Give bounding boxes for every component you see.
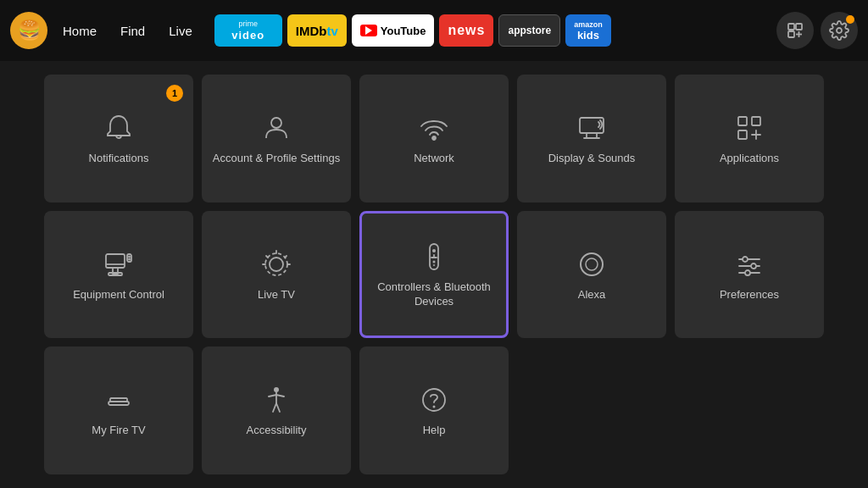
settings-grid: Notifications 1 Account & Profile Settin… (0, 61, 868, 488)
help-label: Help (423, 424, 446, 438)
grid-item-controllers-bluetooth[interactable]: Controllers & Bluetooth Devices (359, 211, 509, 339)
svg-rect-14 (106, 254, 125, 268)
imdb-label: IMDb (296, 24, 327, 38)
grid-item-my-fire-tv[interactable]: My Fire TV (44, 347, 193, 474)
svg-rect-0 (788, 24, 794, 30)
svg-point-23 (432, 249, 436, 252)
remote-icon (417, 240, 451, 274)
sliders-icon (732, 247, 766, 281)
app-imdb[interactable]: IMDbtv (287, 14, 347, 47)
app-news[interactable]: news (439, 14, 493, 47)
svg-rect-1 (796, 24, 802, 30)
notification-badge: 1 (166, 85, 183, 102)
nav-live[interactable]: Live (167, 20, 194, 42)
svg-rect-37 (110, 398, 127, 402)
preferences-label: Preferences (720, 288, 779, 302)
display-icon (575, 111, 609, 145)
prime-bot-label: video (231, 29, 264, 42)
svg-point-33 (743, 257, 748, 262)
monitor-icon (102, 247, 136, 281)
svg-point-27 (433, 264, 435, 266)
imdb-tv-label: tv (326, 24, 337, 38)
network-label: Network (414, 152, 454, 166)
grid-item-live-tv[interactable]: Live TV (202, 211, 351, 339)
firetv-icon (102, 383, 136, 417)
grid-item-display-sounds[interactable]: Display & Sounds (517, 75, 666, 202)
accessibility-icon (259, 383, 293, 417)
nav-links: Home Find Live (61, 20, 194, 42)
grid-item-applications[interactable]: Applications (675, 75, 824, 202)
app-prime-video[interactable]: prime video (214, 14, 282, 47)
svg-rect-10 (752, 117, 760, 125)
my-fire-tv-label: My Fire TV (92, 424, 145, 438)
controllers-bluetooth-label: Controllers & Bluetooth Devices (370, 280, 498, 309)
applications-label: Applications (720, 152, 779, 166)
svg-point-5 (837, 28, 842, 33)
live-tv-label: Live TV (258, 288, 295, 302)
account-label: Account & Profile Settings (213, 152, 340, 166)
svg-point-19 (128, 258, 131, 260)
notifications-label: Notifications (89, 152, 149, 166)
top-navigation: 🍔 Home Find Live prime video IMDbtv YouT… (0, 0, 868, 61)
youtube-label: YouTube (381, 25, 426, 37)
svg-rect-2 (788, 31, 794, 37)
svg-point-21 (265, 253, 287, 275)
apps-grid-icon (732, 111, 766, 145)
svg-rect-11 (738, 130, 747, 139)
grid-item-alexa[interactable]: Alexa (517, 211, 666, 339)
nav-find[interactable]: Find (119, 20, 147, 42)
accessibility-label: Accessibility (247, 424, 307, 438)
alexa-label: Alexa (578, 288, 606, 302)
kids-top-label: amazon (574, 20, 603, 29)
grid-item-equipment-control[interactable]: Equipment Control (44, 211, 193, 339)
prime-top-label: prime (238, 19, 258, 28)
svg-point-18 (128, 255, 131, 258)
app-appstore[interactable]: appstore (498, 14, 560, 47)
grid-item-help[interactable]: Help (359, 347, 509, 474)
wifi-icon (417, 111, 451, 145)
svg-point-41 (433, 406, 436, 408)
antenna-icon (259, 247, 293, 281)
youtube-icon (360, 25, 377, 36)
grid-view-button[interactable] (776, 12, 814, 49)
app-youtube[interactable]: YouTube (352, 14, 435, 47)
svg-point-6 (271, 118, 281, 128)
settings-notification-dot (846, 15, 854, 24)
nav-home[interactable]: Home (61, 20, 98, 42)
grid-item-account[interactable]: Account & Profile Settings (202, 75, 351, 202)
svg-point-29 (586, 258, 598, 270)
help-icon (417, 383, 451, 417)
grid-item-network[interactable]: Network (359, 75, 509, 202)
svg-point-35 (745, 270, 750, 275)
avatar[interactable]: 🍔 (10, 12, 47, 49)
appstore-label: appstore (508, 25, 551, 36)
svg-point-7 (432, 136, 436, 140)
svg-point-34 (751, 263, 756, 269)
nav-apps: prime video IMDbtv YouTube news appstore… (214, 14, 766, 47)
grid-item-preferences[interactable]: Preferences (675, 211, 824, 339)
app-amazon-kids[interactable]: amazon kids (565, 14, 611, 47)
person-icon (259, 111, 293, 145)
kids-bot-label: kids (577, 29, 599, 42)
svg-rect-9 (738, 117, 747, 125)
news-label: news (448, 23, 485, 38)
svg-point-20 (270, 258, 283, 271)
settings-button[interactable] (821, 12, 858, 49)
bell-icon (102, 111, 136, 145)
grid-item-accessibility[interactable]: Accessibility (202, 347, 351, 474)
alexa-icon (575, 247, 609, 281)
equipment-control-label: Equipment Control (73, 288, 164, 302)
display-sounds-label: Display & Sounds (548, 152, 636, 166)
svg-point-26 (433, 261, 436, 263)
grid-item-notifications[interactable]: Notifications 1 (44, 75, 193, 202)
